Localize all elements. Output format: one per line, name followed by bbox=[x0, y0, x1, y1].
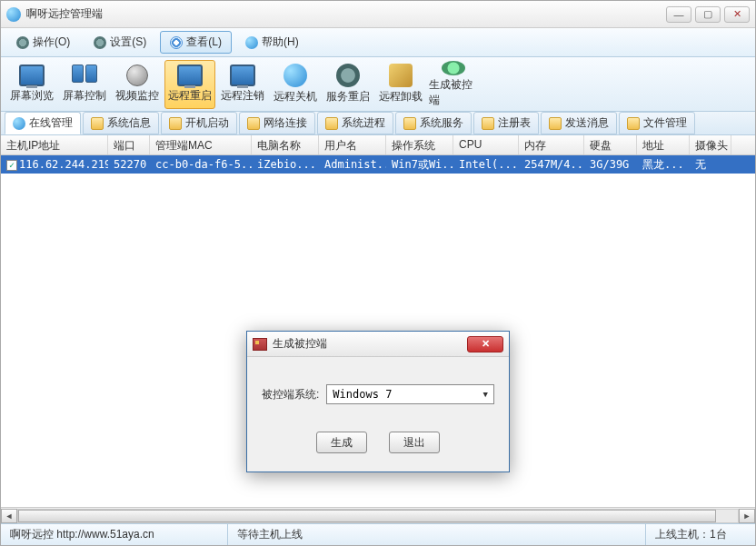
folder-icon bbox=[549, 117, 562, 130]
status-count: 上线主机：1台 bbox=[646, 524, 755, 545]
col-addr[interactable]: 地址 bbox=[637, 135, 690, 154]
col-os[interactable]: 操作系统 bbox=[386, 135, 453, 154]
tabbar: 在线管理 系统信息 开机启动 网络连接 系统进程 系统服务 注册表 发送消息 文… bbox=[1, 112, 755, 135]
os-label: 被控端系统: bbox=[262, 387, 319, 402]
monitor-icon bbox=[19, 65, 45, 86]
scroll-thumb[interactable] bbox=[18, 510, 716, 522]
tool-generate-client[interactable]: 生成被控端 bbox=[428, 60, 479, 109]
folder-icon bbox=[247, 117, 260, 130]
tool-remote-uninstall[interactable]: 远程卸载 bbox=[375, 60, 426, 109]
folder-icon bbox=[325, 117, 338, 130]
table-header: 主机IP地址 端口 管理端MAC 电脑名称 用户名 操作系统 CPU 内存 硬盘… bbox=[1, 135, 755, 155]
tools-icon bbox=[389, 64, 413, 87]
dialog-title: 生成被控端 bbox=[273, 336, 467, 352]
tool-video-monitor[interactable]: 视频监控 bbox=[112, 60, 163, 109]
tool-remote-logoff[interactable]: 远程注销 bbox=[217, 60, 268, 109]
dialog-close-button[interactable]: ✕ bbox=[467, 336, 503, 352]
folder-icon bbox=[403, 117, 416, 130]
tab-process[interactable]: 系统进程 bbox=[317, 112, 393, 134]
scroll-track[interactable] bbox=[17, 509, 739, 523]
col-user[interactable]: 用户名 bbox=[319, 135, 386, 154]
scroll-left-button[interactable]: ◄ bbox=[1, 509, 17, 523]
tab-service[interactable]: 系统服务 bbox=[395, 112, 472, 134]
dialog-titlebar: 生成被控端 ✕ bbox=[247, 332, 509, 357]
tool-remote-shutdown[interactable]: 远程关机 bbox=[270, 60, 321, 109]
tool-service-restart[interactable]: 服务重启 bbox=[323, 60, 373, 109]
folder-icon bbox=[482, 117, 494, 130]
monitor-icon bbox=[177, 65, 203, 86]
table-row[interactable]: ✓116.62.244.219 52270 cc-b0-da-f6-5... i… bbox=[1, 155, 755, 174]
os-select[interactable]: Windows 7 ▼ bbox=[326, 384, 494, 404]
tab-network[interactable]: 网络连接 bbox=[239, 112, 315, 134]
row-checkbox[interactable]: ✓ bbox=[6, 160, 17, 171]
tab-startup[interactable]: 开机启动 bbox=[161, 112, 237, 134]
generate-button[interactable]: 生成 bbox=[316, 432, 367, 453]
generate-client-dialog: 生成被控端 ✕ 被控端系统: Windows 7 ▼ 生成 退出 bbox=[246, 331, 510, 472]
gear-icon bbox=[94, 36, 106, 49]
window-title: 啊呀远控管理端 bbox=[26, 6, 666, 22]
search-icon bbox=[170, 36, 183, 49]
folder-icon bbox=[169, 117, 182, 130]
tab-message[interactable]: 发送消息 bbox=[541, 112, 617, 134]
camera-icon bbox=[126, 65, 148, 86]
maximize-button[interactable]: ▢ bbox=[695, 6, 721, 23]
gear-icon bbox=[442, 61, 465, 75]
folder-icon bbox=[627, 117, 640, 130]
tool-screen-browse[interactable]: 屏幕浏览 bbox=[6, 60, 57, 109]
menu-operate[interactable]: 操作(O) bbox=[6, 31, 80, 54]
app-icon bbox=[6, 7, 21, 22]
globe-icon bbox=[284, 64, 307, 87]
tab-online[interactable]: 在线管理 bbox=[5, 112, 81, 134]
help-icon bbox=[245, 36, 258, 49]
tool-screen-control[interactable]: 屏幕控制 bbox=[59, 60, 110, 109]
scroll-right-button[interactable]: ► bbox=[739, 509, 755, 523]
tab-file[interactable]: 文件管理 bbox=[619, 112, 695, 134]
globe-icon bbox=[13, 117, 25, 130]
col-cpu[interactable]: CPU bbox=[453, 135, 519, 154]
monitor-icon bbox=[230, 65, 255, 86]
col-disk[interactable]: 硬盘 bbox=[584, 135, 637, 154]
host-table: 主机IP地址 端口 管理端MAC 电脑名称 用户名 操作系统 CPU 内存 硬盘… bbox=[1, 135, 755, 523]
col-ip[interactable]: 主机IP地址 bbox=[1, 135, 108, 154]
col-cam[interactable]: 摄像头 bbox=[690, 135, 731, 154]
tool-remote-restart[interactable]: 远程重启 bbox=[164, 60, 215, 109]
chevron-down-icon: ▼ bbox=[483, 390, 488, 399]
col-port[interactable]: 端口 bbox=[108, 135, 150, 154]
tab-sysinfo[interactable]: 系统信息 bbox=[83, 112, 159, 134]
close-button[interactable]: ✕ bbox=[724, 6, 750, 23]
col-mem[interactable]: 内存 bbox=[519, 135, 584, 154]
menu-settings[interactable]: 设置(S) bbox=[84, 31, 156, 54]
menu-help[interactable]: 帮助(H) bbox=[235, 31, 309, 54]
folder-icon bbox=[91, 117, 104, 130]
col-mac[interactable]: 管理端MAC bbox=[150, 135, 252, 154]
toolbar: 屏幕浏览 屏幕控制 视频监控 远程重启 远程注销 远程关机 服务重启 远程卸载 … bbox=[1, 57, 755, 112]
horizontal-scrollbar[interactable]: ◄ ► bbox=[1, 507, 755, 523]
status-message: 等待主机上线 bbox=[228, 524, 646, 545]
menubar: 操作(O) 设置(S) 查看(L) 帮助(H) bbox=[1, 28, 755, 57]
menu-view[interactable]: 查看(L) bbox=[160, 31, 232, 54]
tab-registry[interactable]: 注册表 bbox=[473, 112, 539, 134]
exit-button[interactable]: 退出 bbox=[389, 432, 440, 453]
statusbar: 啊呀远控 http://www.51aya.cn 等待主机上线 上线主机：1台 bbox=[1, 523, 755, 545]
titlebar: 啊呀远控管理端 — ▢ ✕ bbox=[1, 1, 755, 28]
gear-icon bbox=[336, 64, 360, 87]
dialog-icon bbox=[253, 338, 267, 351]
dual-monitor-icon bbox=[72, 65, 97, 86]
main-window: 啊呀远控管理端 — ▢ ✕ 操作(O) 设置(S) 查看(L) 帮助(H) 屏幕… bbox=[0, 0, 756, 546]
col-pc[interactable]: 电脑名称 bbox=[252, 135, 319, 154]
status-url: 啊呀远控 http://www.51aya.cn bbox=[1, 524, 228, 545]
gear-icon bbox=[16, 36, 29, 49]
minimize-button[interactable]: — bbox=[666, 6, 691, 23]
